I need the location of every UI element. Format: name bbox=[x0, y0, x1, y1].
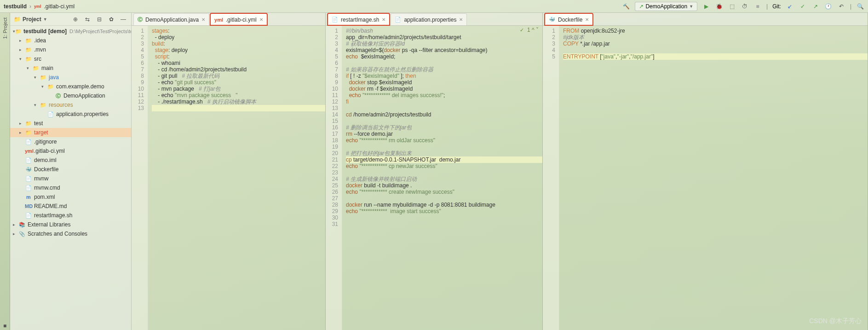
tree-root[interactable]: ▾📁 testbuild [demo] D:\MyProject\TestPro… bbox=[10, 27, 131, 36]
run-config-label: DemoApplication bbox=[645, 3, 687, 10]
tree-item-com-example-demo[interactable]: ▾📁com.example.demo bbox=[10, 82, 131, 91]
debug-icon[interactable]: 🐞 bbox=[715, 2, 723, 11]
tree-item-pom-xml[interactable]: mpom.xml bbox=[10, 192, 131, 202]
tree-item-main[interactable]: ▾📁main bbox=[10, 64, 131, 73]
tree-item--gitignore[interactable]: 📄.gitignore bbox=[10, 137, 131, 146]
git-commit-icon[interactable]: ✓ bbox=[799, 2, 807, 11]
tab-restartImage-sh[interactable]: 📄restartImage.sh✕ bbox=[328, 13, 390, 25]
run-config-selector[interactable]: ↗ DemoApplication ▼ bbox=[635, 2, 697, 11]
project-tree[interactable]: ▾📁 testbuild [demo] D:\MyProject\TestPro… bbox=[10, 26, 131, 330]
tree-item-demo-iml[interactable]: 📄demo.iml bbox=[10, 156, 131, 165]
folder-icon: 📁 bbox=[14, 16, 21, 23]
select-opened-icon[interactable]: ⊕ bbox=[71, 15, 80, 23]
editor-area: ⒸDemoApplication.java✕yml.gitlab-ci.yml✕… bbox=[132, 13, 868, 330]
editor-pane-3: 🐳Dockerfile✕ 12345FROM openjdk:8u252-jre… bbox=[543, 13, 868, 330]
tree-item-test[interactable]: ▸📁test bbox=[10, 119, 131, 128]
hide-icon[interactable]: — bbox=[119, 15, 127, 23]
tree-item-restartImage-sh[interactable]: 📄restartImage.sh bbox=[10, 211, 131, 220]
tab-bar: 📄restartImage.sh✕📄application.properties… bbox=[326, 13, 542, 26]
collapse-all-icon[interactable]: ⊟ bbox=[95, 15, 103, 23]
project-panel: 📁 Project ▼ ⊕ ⇆ ⊟ ✿ — ▾📁 testbuild [demo… bbox=[10, 13, 132, 330]
tree-item--gitlab-ci-yml[interactable]: yml.gitlab-ci.yml bbox=[10, 146, 131, 156]
coverage-icon[interactable]: ⬚ bbox=[728, 2, 736, 11]
git-label: Git: bbox=[772, 3, 781, 10]
editor-pane-1: ⒸDemoApplication.java✕yml.gitlab-ci.yml✕… bbox=[132, 13, 326, 330]
expand-all-icon[interactable]: ⇆ bbox=[83, 15, 92, 23]
tree-item-mvnw-cmd[interactable]: 📄mvnw.cmd bbox=[10, 183, 131, 192]
breadcrumb: testbuild › yml .gitlab-ci.yml bbox=[4, 3, 75, 10]
file-icon: 📄 bbox=[395, 17, 401, 23]
tree-item-Scratches-and-Consoles[interactable]: ▸📎Scratches and Consoles bbox=[10, 229, 131, 238]
left-tool-strip: 1: Project ■ bbox=[0, 13, 10, 330]
tree-item-README-md[interactable]: MDREADME.md bbox=[10, 202, 131, 211]
tree-item--mvn[interactable]: ▸📁.mvn bbox=[10, 45, 131, 54]
tree-item-application-properties[interactable]: 📄application.properties bbox=[10, 110, 131, 119]
tree-item-java[interactable]: ▾📁java bbox=[10, 73, 131, 82]
close-icon[interactable]: ✕ bbox=[585, 17, 589, 22]
close-icon[interactable]: ✕ bbox=[459, 17, 463, 22]
close-icon[interactable]: ✕ bbox=[382, 17, 385, 22]
tab-DemoApplication-java[interactable]: ⒸDemoApplication.java✕ bbox=[133, 13, 209, 25]
tab-application-properties[interactable]: 📄application.properties✕ bbox=[391, 13, 467, 25]
run-icon[interactable]: ▶ bbox=[702, 2, 710, 11]
file-icon: Ⓒ bbox=[138, 16, 143, 23]
editor-pane-2: 📄restartImage.sh✕📄application.properties… bbox=[326, 13, 543, 330]
tree-item-target[interactable]: ▸📁target bbox=[10, 128, 131, 137]
tree-item-src[interactable]: ▾📁src bbox=[10, 54, 131, 64]
close-icon[interactable]: ✕ bbox=[259, 17, 263, 22]
close-icon[interactable]: ✕ bbox=[201, 17, 205, 22]
tree-item-DemoApplication[interactable]: ⒸDemoApplication bbox=[10, 91, 131, 100]
inspection-badge[interactable]: ✓ 1 ^ ˅ bbox=[520, 27, 539, 33]
top-toolbar: testbuild › yml .gitlab-ci.yml 🔨 ↗ DemoA… bbox=[0, 0, 868, 13]
tab-bar: ⒸDemoApplication.java✕yml.gitlab-ci.yml✕ bbox=[132, 13, 325, 26]
stop-icon[interactable]: ■ bbox=[753, 2, 762, 11]
settings-icon[interactable]: ✿ bbox=[107, 15, 115, 23]
file-icon: 📄 bbox=[332, 17, 338, 23]
tree-item--idea[interactable]: ▸📁.idea bbox=[10, 36, 131, 45]
file-icon: yml bbox=[214, 17, 223, 23]
tree-item-External-Libraries[interactable]: ▸📚External Libraries bbox=[10, 220, 131, 229]
project-tool-button[interactable]: 1: Project bbox=[1, 16, 9, 41]
profile-icon[interactable]: ⏱ bbox=[741, 2, 749, 11]
git-update-icon[interactable]: ↙ bbox=[786, 2, 794, 11]
panel-title: Project bbox=[23, 16, 41, 23]
git-revert-icon[interactable]: ↶ bbox=[837, 2, 845, 11]
tab--gitlab-ci-yml[interactable]: yml.gitlab-ci.yml✕ bbox=[210, 13, 267, 25]
search-icon[interactable]: 🔍 bbox=[856, 2, 864, 11]
git-push-icon[interactable]: ↗ bbox=[811, 2, 820, 11]
breadcrumb-project[interactable]: testbuild bbox=[4, 3, 27, 10]
tab-bar: 🐳Dockerfile✕ bbox=[543, 13, 868, 26]
breadcrumb-file[interactable]: .gitlab-ci.yml bbox=[44, 3, 75, 10]
file-icon: 🐳 bbox=[549, 17, 555, 23]
watermark: CSDN @木子芳心 bbox=[809, 317, 862, 325]
tree-item-Dockerfile[interactable]: 🐳Dockerfile bbox=[10, 165, 131, 174]
git-history-icon[interactable]: 🕐 bbox=[824, 2, 833, 11]
tree-item-mvnw[interactable]: 📄mvnw bbox=[10, 174, 131, 183]
file-type-icon: yml bbox=[34, 4, 41, 9]
tree-item-resources[interactable]: ▾📁resources bbox=[10, 100, 131, 110]
build-icon[interactable]: 🔨 bbox=[622, 2, 630, 11]
tab-Dockerfile[interactable]: 🐳Dockerfile✕ bbox=[545, 13, 593, 25]
